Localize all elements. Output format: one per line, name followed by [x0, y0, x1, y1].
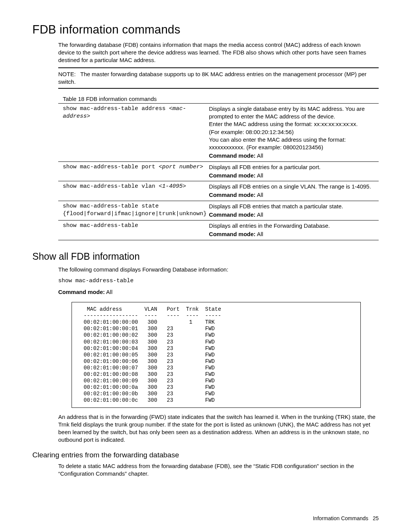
desc-line: You can also enter the MAC address using…	[209, 136, 346, 150]
clearing-paragraph: To delete a static MAC address from the …	[58, 462, 379, 478]
show-all-block: The following command displays Forwardin…	[58, 266, 379, 444]
cmd-text: show mac-address-table state {flood|forw…	[63, 203, 207, 217]
desc-line: Displays a single database entry by its …	[209, 105, 365, 120]
command-mode: Command mode: All	[209, 172, 376, 179]
desc-line: Displays all FDB entries for a particula…	[209, 164, 320, 170]
cmd-arg: <port number>	[159, 164, 203, 170]
heading-clearing: Clearing entries from the forwarding dat…	[32, 451, 379, 459]
cmd-arg: <1-4095>	[159, 183, 186, 190]
cmd-mode-label: Command mode:	[58, 289, 105, 295]
command-cell: show mac-address-table port <port number…	[58, 161, 209, 181]
cmd-mode-value: All	[257, 152, 263, 159]
footer-section-label: Information Commands	[313, 515, 368, 521]
page: FDB information commands The forwarding …	[0, 0, 411, 532]
cmd-mode-label: Command mode:	[209, 192, 256, 198]
cmd-mode-value: All	[257, 211, 263, 218]
note-box: NOTE: The master forwarding database sup…	[58, 67, 379, 89]
show-all-intro: The following command displays Forwardin…	[58, 266, 379, 273]
page-footer: Information Commands 25	[313, 515, 379, 521]
description-cell: Displays all entries in the Forwarding D…	[209, 220, 379, 240]
cmd-mode-label: Command mode:	[209, 211, 256, 218]
table-row: show mac-address-table port <port number…	[58, 161, 379, 181]
table-row: show mac-address-table vlan <1-4095> Dis…	[58, 181, 379, 201]
command-cell: show mac-address-table	[58, 220, 209, 240]
show-all-command: show mac-address-table	[58, 277, 379, 285]
command-cell: show mac-address-table vlan <1-4095>	[58, 181, 209, 201]
table-caption: Table 18 FDB information commands	[63, 96, 379, 102]
terminal-output-box: MAC address VLAN Port Trnk State -------…	[72, 302, 361, 408]
cmd-text: show mac-address-table	[63, 222, 138, 229]
cmd-mode-label: Command mode:	[209, 152, 256, 159]
intro-paragraph: The forwarding database (FDB) contains i…	[58, 41, 379, 64]
cmd-mode-value: All	[257, 192, 263, 198]
desc-line: Displays all entries in the Forwarding D…	[209, 222, 330, 229]
footer-page-number: 25	[373, 515, 379, 521]
desc-line: Displays all FDB entries on a single VLA…	[209, 183, 371, 190]
command-mode: Command mode: All	[209, 191, 376, 199]
heading-fdb-commands: FDB information commands	[32, 23, 379, 37]
description-cell: Displays all FDB entries that match a pa…	[209, 201, 379, 220]
intro-block: The forwarding database (FDB) contains i…	[58, 41, 379, 240]
description-cell: Displays a single database entry by its …	[209, 103, 379, 161]
table-row: show mac-address-table address <mac-addr…	[58, 103, 379, 161]
cmd-mode-value: All	[257, 231, 263, 237]
desc-line: Displays all FDB entries that match a pa…	[209, 203, 343, 209]
cmd-mode-value: All	[257, 172, 263, 179]
command-mode: Command mode: All	[209, 230, 376, 238]
desc-line: (For example: 08:00:20:12:34:56)	[209, 129, 294, 135]
cmd-mode-label: Command mode:	[209, 231, 256, 237]
cmd-mode-value: All	[106, 289, 113, 295]
command-cell: show mac-address-table address <mac-addr…	[58, 103, 209, 161]
cmd-text: show mac-address-table address	[63, 105, 169, 112]
fdb-commands-table: show mac-address-table address <mac-addr…	[58, 103, 379, 240]
description-cell: Displays all FDB entries for a particula…	[209, 161, 379, 181]
command-mode: Command mode: All	[209, 211, 376, 219]
explanation-paragraph: An address that is in the forwarding (FW…	[58, 413, 379, 443]
table-row: show mac-address-table state {flood|forw…	[58, 201, 379, 220]
description-cell: Displays all FDB entries on a single VLA…	[209, 181, 379, 201]
note-body: The master forwarding database supports …	[58, 71, 366, 85]
note-label: NOTE:	[58, 71, 76, 77]
terminal-output: MAC address VLAN Port Trnk State -------…	[77, 306, 355, 404]
command-mode-line: Command mode: All	[58, 288, 379, 296]
desc-line: Enter the MAC address using the format: …	[209, 121, 358, 127]
cmd-text: show mac-address-table vlan	[63, 183, 159, 190]
heading-show-all: Show all FDB information	[32, 251, 379, 262]
cmd-text: show mac-address-table port	[63, 164, 159, 170]
table-row: show mac-address-table Displays all entr…	[58, 220, 379, 240]
command-cell: show mac-address-table state {flood|forw…	[58, 201, 209, 220]
command-mode: Command mode: All	[209, 152, 376, 160]
clearing-block: To delete a static MAC address from the …	[58, 462, 379, 478]
cmd-mode-label: Command mode:	[209, 172, 256, 179]
